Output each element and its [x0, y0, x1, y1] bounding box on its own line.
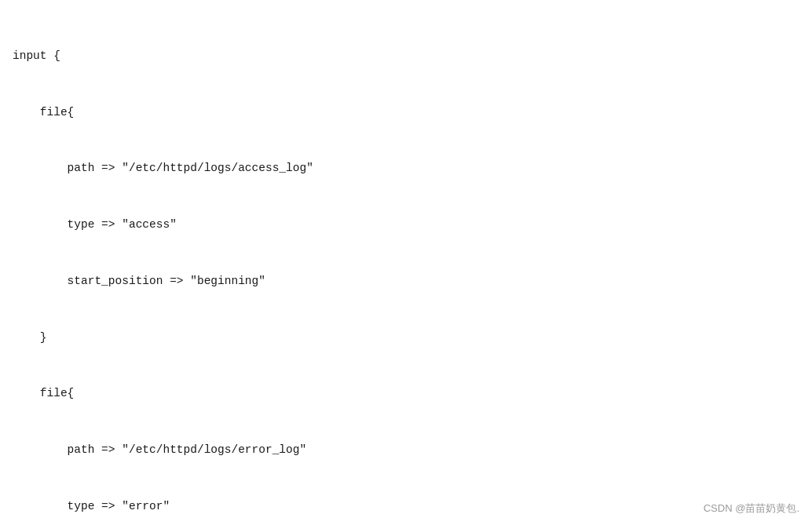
code-container: input { file{ path => "/etc/httpd/logs/a… — [0, 0, 812, 525]
line-4: type => "access" — [13, 216, 799, 235]
line-5: start_position => "beginning" — [13, 272, 799, 291]
watermark: CSDN @苗苗奶黄包. — [704, 501, 799, 516]
line-6: } — [13, 329, 799, 348]
line-7: file{ — [13, 385, 799, 403]
code-block: input { file{ path => "/etc/httpd/logs/a… — [13, 9, 799, 525]
line-2: file{ — [13, 104, 799, 122]
line-1: input { — [13, 47, 799, 66]
line-9: type => "error" — [13, 498, 799, 516]
line-3: path => "/etc/httpd/logs/access_log" — [13, 159, 799, 178]
line-8: path => "/etc/httpd/logs/error_log" — [13, 441, 799, 460]
